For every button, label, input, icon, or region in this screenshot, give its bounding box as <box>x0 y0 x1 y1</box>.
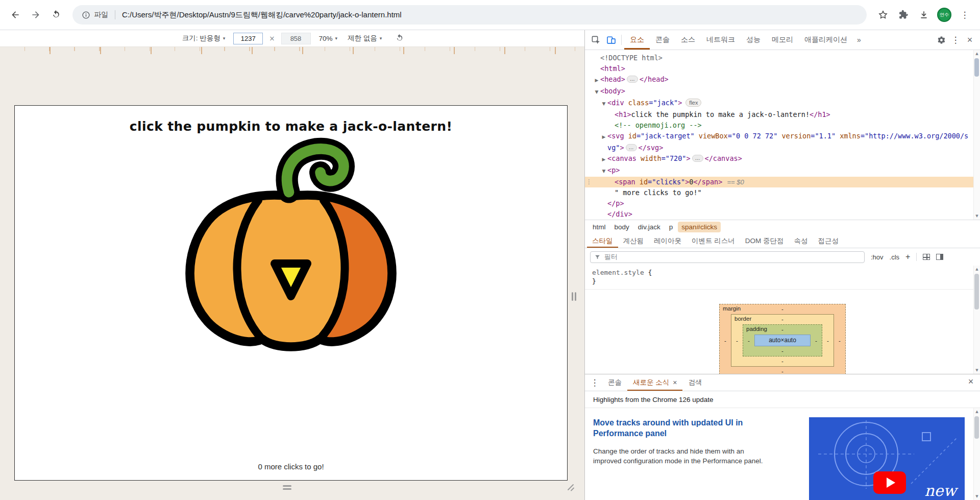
styles-scrollbar[interactable]: ▲ ▼ <box>973 266 980 374</box>
element-classes-button[interactable]: .cls <box>890 253 900 261</box>
viewport-height-input[interactable] <box>281 33 311 44</box>
scroll-up-icon[interactable]: ▲ <box>975 410 978 414</box>
collapse-arrow-icon[interactable]: ▼ <box>600 166 607 177</box>
breadcrumb-item-span-clicks[interactable]: span#clicks <box>678 222 721 232</box>
play-icon <box>887 478 895 488</box>
sidebar-tab-layout[interactable]: 레이아웃 <box>649 234 687 248</box>
sidebar-layout-icon[interactable] <box>936 254 943 260</box>
rotate-viewport-button[interactable] <box>395 34 404 43</box>
dom-tree-row[interactable]: ▼<body> <box>585 86 973 98</box>
drawer-tab-whats-new[interactable]: 새로운 소식× <box>627 374 682 391</box>
pumpkin-svg[interactable] <box>168 135 413 360</box>
scroll-down-icon[interactable]: ▼ <box>975 214 978 218</box>
bookmark-button[interactable] <box>874 6 892 24</box>
dom-tree-row[interactable]: <html> <box>585 63 973 74</box>
box-model-diagram[interactable]: margin - - border - - padding - <box>719 304 846 374</box>
sidebar-tab-styles[interactable]: 스타일 <box>587 234 618 248</box>
dom-tree-row[interactable]: vg">…</svg> <box>585 142 973 153</box>
sidebar-tab-event-listeners[interactable]: 이벤트 리스너 <box>687 234 740 248</box>
computed-styles-grid-icon[interactable] <box>923 254 930 260</box>
scroll-down-icon[interactable]: ▼ <box>975 368 978 372</box>
dom-tree-row[interactable]: ▼<div class="jack">flex <box>585 98 973 109</box>
article-video-thumbnail[interactable]: new <box>809 417 965 500</box>
devtools-close-button[interactable]: × <box>963 33 977 47</box>
throttling-dropdown[interactable]: 제한 없음 ▾ <box>346 33 384 44</box>
element-style-rule[interactable]: element.style { } <box>585 266 980 290</box>
toggle-device-toolbar-button[interactable] <box>603 32 619 47</box>
scroll-up-icon[interactable]: ▲ <box>975 267 978 271</box>
sidebar-tab-computed[interactable]: 계산됨 <box>618 234 649 248</box>
devtools-settings-button[interactable] <box>934 33 948 47</box>
dom-tree-row[interactable]: <!-- openmoji.org --> <box>585 120 973 131</box>
extensions-button[interactable] <box>894 6 913 24</box>
row-options-icon[interactable]: ⋮ <box>586 177 592 187</box>
drawer-tab-search[interactable]: 검색 <box>682 374 707 391</box>
scrollbar-thumb[interactable] <box>974 274 979 309</box>
chevron-down-icon: ▾ <box>223 36 226 41</box>
breadcrumb-item-div-jack[interactable]: div.jack <box>634 222 664 232</box>
new-style-rule-button[interactable]: + <box>905 252 910 261</box>
drawer-menu-button[interactable]: ⋮ <box>587 375 602 390</box>
sidebar-tab-accessibility[interactable]: 접근성 <box>813 234 844 248</box>
scrollbar-thumb[interactable] <box>974 58 979 77</box>
reload-button[interactable] <box>47 6 65 24</box>
devtools-tab-sources[interactable]: 소스 <box>675 30 701 50</box>
scrollbar-thumb[interactable] <box>974 416 979 439</box>
drawer-scrollbar[interactable]: ▲ ▼ <box>973 408 980 500</box>
dom-tree-row[interactable]: ▶<svg id="jack-target" viewBox="0 0 72 7… <box>585 131 973 142</box>
dom-tree-row[interactable]: ▼<p> <box>585 165 973 177</box>
viewport-resize-handle-bottom[interactable] <box>283 485 291 490</box>
expand-arrow-icon[interactable]: ▶ <box>593 75 600 86</box>
kebab-menu-icon: ⋮ <box>961 10 969 20</box>
dom-tree-row[interactable]: " more clicks to go!" <box>585 187 973 198</box>
browser-menu-button[interactable]: ⋮ <box>955 6 974 24</box>
dom-tree-row[interactable]: ⋮<span id="clicks">0</span>== $0 <box>585 177 973 187</box>
styles-filter-input[interactable]: 필터 <box>590 251 865 263</box>
elements-scrollbar[interactable]: ▲ ▼ <box>973 50 980 220</box>
expand-arrow-icon[interactable]: ▶ <box>600 154 607 165</box>
profile-name: 연수 <box>940 12 949 18</box>
more-panels-button[interactable]: » <box>853 36 865 44</box>
zoom-dropdown[interactable]: 70% ▾ <box>317 34 340 43</box>
inspect-element-button[interactable] <box>588 32 603 47</box>
toggle-element-state-button[interactable]: :hov <box>871 253 884 261</box>
viewport-resize-handle-corner[interactable] <box>566 482 576 492</box>
dom-tree-row[interactable]: <!DOCTYPE html> <box>585 53 973 63</box>
profile-avatar[interactable]: 연수 <box>937 8 951 22</box>
tab-close-icon[interactable]: × <box>673 378 677 387</box>
viewport-width-input[interactable] <box>233 33 263 44</box>
site-info-chip[interactable]: 파일 <box>82 10 115 19</box>
scroll-up-icon[interactable]: ▲ <box>975 52 978 56</box>
collapse-arrow-icon[interactable]: ▼ <box>600 99 607 109</box>
collapse-arrow-icon[interactable]: ▼ <box>593 87 600 98</box>
scroll-down-icon[interactable]: ▼ <box>975 494 978 498</box>
dom-tree-row[interactable]: ▶<canvas width="720">…</canvas> <box>585 153 973 165</box>
downloads-button[interactable] <box>915 6 933 24</box>
devtools-menu-button[interactable]: ⋮ <box>948 33 963 47</box>
drawer-tab-console[interactable]: 콘솔 <box>602 374 627 391</box>
address-bar[interactable]: 파일 C:/Users/박주현/Desktop/Austn/9드림핵/웹해킹/c… <box>72 5 867 25</box>
article-title-link[interactable]: Move tracks around with updated UI in Pe… <box>593 417 769 439</box>
forward-button[interactable] <box>27 6 45 24</box>
breadcrumb-item-html[interactable]: html <box>589 222 609 232</box>
drawer-close-button[interactable]: × <box>964 374 978 389</box>
dom-tree-row[interactable]: ▶<head>…</head> <box>585 74 973 86</box>
breadcrumb-item-body[interactable]: body <box>611 222 633 232</box>
device-type-dropdown[interactable]: 크기: 반응형 ▾ <box>180 33 228 44</box>
back-button[interactable] <box>6 6 24 24</box>
sidebar-tab-properties[interactable]: 속성 <box>789 234 813 248</box>
breadcrumb-item-p[interactable]: p <box>666 222 677 232</box>
dom-tree-row[interactable]: <h1>click the pumpkin to make a jack-o-l… <box>585 109 973 120</box>
dom-tree-row[interactable]: </div> <box>585 209 973 220</box>
devtools-tab-network[interactable]: 네트워크 <box>701 30 741 50</box>
expand-arrow-icon[interactable]: ▶ <box>600 132 607 142</box>
devtools-tab-console[interactable]: 콘솔 <box>650 30 675 50</box>
youtube-play-button[interactable] <box>873 471 906 494</box>
viewport-resize-handle-right[interactable] <box>572 292 576 301</box>
dom-tree-row[interactable]: </p> <box>585 198 973 209</box>
sidebar-tab-dom-breakpoints[interactable]: DOM 중단점 <box>740 234 789 248</box>
devtools-tab-memory[interactable]: 메모리 <box>766 30 799 50</box>
devtools-tab-elements[interactable]: 요소 <box>624 30 650 50</box>
devtools-tab-performance[interactable]: 성능 <box>741 30 766 50</box>
devtools-tab-application[interactable]: 애플리케이션 <box>799 30 853 50</box>
